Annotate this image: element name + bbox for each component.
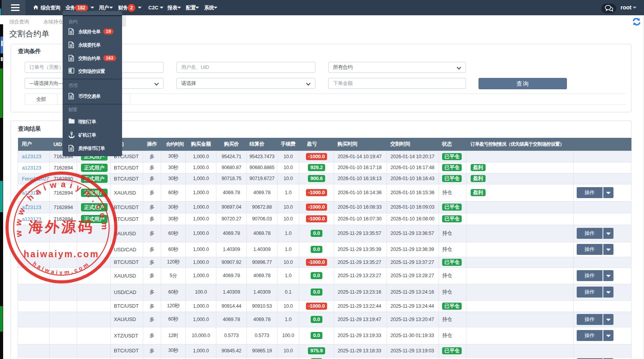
svg-text:haiwaiym.com: haiwaiym.com <box>23 249 99 259</box>
svg-text:haiwaiym.com: haiwaiym.com <box>32 260 91 276</box>
svg-text:海外源码: 海外源码 <box>28 219 95 235</box>
